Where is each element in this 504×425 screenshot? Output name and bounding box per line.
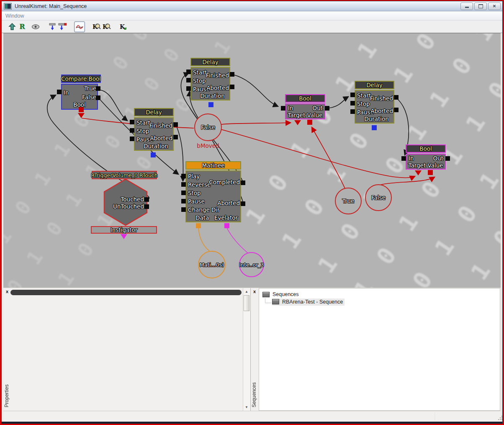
pin-aborted[interactable]	[173, 135, 178, 139]
pin-stop[interactable]	[186, 78, 191, 82]
properties-tab-label[interactable]: Properties	[4, 384, 10, 407]
zoom-k-icon[interactable]: K	[92, 22, 102, 32]
scroll-down-icon[interactable]: ▼	[243, 404, 250, 410]
k-arrow-icon[interactable]: K	[118, 22, 129, 32]
properties-scrollbar[interactable]: ▲ ▼	[243, 288, 250, 411]
variable-interp[interactable]: Inte..or_3	[239, 252, 264, 277]
pin-pause[interactable]	[350, 109, 355, 114]
trigger-instigator-bar[interactable]: Instigator	[91, 226, 157, 234]
sequences-panel: x Sequences Sequences RBArena-Test - Seq…	[251, 288, 501, 411]
pin-stop[interactable]	[130, 128, 134, 133]
watermark-binary-faint: 1 0 1 0 1 1 0 1 0 0 1 0 1 1 0 1 0 1 0 1 …	[3, 46, 203, 288]
node-matinee[interactable]: Matinee Play Reverse Stop Pause Change D…	[185, 161, 241, 222]
pin-start[interactable]	[350, 93, 355, 97]
var-label-target: Target Value	[406, 162, 445, 169]
wire-bmoved-bool2	[221, 129, 415, 178]
pin-aborted[interactable]	[230, 85, 234, 89]
eye-icon[interactable]	[31, 22, 41, 32]
input-label-start: Start	[357, 92, 371, 99]
tree-item-root[interactable]: Sequences	[262, 291, 500, 298]
pin-false[interactable]	[96, 95, 100, 100]
pin-true[interactable]	[96, 86, 100, 91]
resize-grip[interactable]	[498, 419, 499, 420]
node-bool-2[interactable]: Bool In Out Target Value	[406, 144, 446, 170]
node-title: Compare Bool	[61, 75, 101, 82]
pin-reverse[interactable]	[181, 182, 186, 187]
pin-icon[interactable]	[47, 22, 57, 32]
pin-in[interactable]	[401, 156, 406, 161]
up-arrow-icon[interactable]	[7, 22, 17, 32]
node-delay-mid[interactable]: Delay Start Stop Pause Finished Aborted …	[134, 108, 174, 151]
close-button[interactable]: ✕	[488, 3, 501, 10]
properties-header-bar[interactable]	[10, 290, 242, 295]
pin-change-dir[interactable]	[181, 207, 186, 212]
sequences-tab-label[interactable]: Sequences	[251, 382, 257, 407]
pin-duration-var[interactable]	[151, 152, 156, 157]
sequences-close-button[interactable]: x	[252, 289, 257, 294]
variable-bmoved[interactable]: False	[194, 113, 222, 141]
input-label-in: In	[288, 105, 293, 111]
variable-matinee-data[interactable]: Mati...0s)	[198, 251, 226, 278]
pin-finished[interactable]	[394, 95, 399, 100]
pin-play[interactable]	[181, 174, 186, 178]
pin-red-icon[interactable]	[57, 22, 67, 32]
pin-target-var[interactable]	[428, 170, 433, 175]
wire-truevar-bool1	[312, 127, 345, 188]
pin-untouched[interactable]	[144, 204, 149, 209]
variable-true[interactable]: True	[335, 188, 362, 214]
output-label-aborted: Aborted	[206, 85, 229, 91]
pin-evelator-var[interactable]	[224, 223, 229, 228]
pin-completed[interactable]	[241, 180, 245, 185]
wire-evelator-interp	[227, 228, 248, 253]
pin-aborted[interactable]	[394, 108, 399, 112]
pin-pause[interactable]	[186, 86, 191, 91]
pin-out[interactable]	[445, 156, 450, 161]
var-label-evelator: Evelator	[214, 214, 238, 221]
wire-falsevar-bool2	[381, 177, 435, 185]
pin-aborted[interactable]	[241, 201, 245, 206]
properties-close-button[interactable]: x	[5, 289, 10, 294]
pin-data-var[interactable]	[196, 223, 201, 228]
pin-duration-var[interactable]	[372, 125, 377, 130]
node-delay-top[interactable]: Delay Start Stop Pause Finished Aborted …	[190, 58, 230, 100]
graph-canvas[interactable]: 1 0 1 0 1 1 0 1 0 0 1 0 1 1 0 1 0 1 0 1 …	[3, 33, 501, 288]
node-delay-right[interactable]: Delay Start Stop Pause Finished Aborted …	[355, 81, 394, 124]
node-bool-1[interactable]: Bool In Out Target Value	[285, 94, 325, 119]
pin-finished[interactable]	[173, 122, 178, 127]
pin-duration-var[interactable]	[208, 102, 213, 107]
output-label-finished: Finished	[149, 122, 172, 129]
pin-pause[interactable]	[181, 199, 186, 203]
pin-start[interactable]	[130, 120, 134, 124]
pin-in[interactable]	[57, 90, 62, 94]
pin-out[interactable]	[325, 106, 329, 111]
node-trigger-title[interactable]: RTriggerVolume_0 RTouch	[92, 171, 157, 179]
input-label-start: Start	[136, 119, 150, 126]
pin-pause[interactable]	[130, 137, 134, 141]
variable-false[interactable]: False	[365, 184, 392, 211]
output-label-completed: Completed	[209, 179, 240, 185]
pin-start[interactable]	[186, 70, 191, 74]
zoom-k2-icon[interactable]: K	[102, 22, 112, 32]
maximize-icon	[478, 4, 483, 8]
tree-item-child[interactable]: RBArena-Test - Sequence	[262, 298, 500, 306]
wire-boolout-rdelaystart	[329, 97, 348, 108]
maximize-button[interactable]	[474, 3, 487, 10]
menu-window[interactable]: Window	[5, 13, 24, 19]
node-compare-bool[interactable]: Compare Bool In True False Bool	[61, 75, 101, 110]
target-var-arrow-left[interactable]	[415, 170, 422, 175]
pin-stop[interactable]	[181, 191, 186, 195]
pin-finished[interactable]	[230, 72, 234, 77]
title-bar[interactable]: UnrealKismet: Main_Sequence ✕	[2, 1, 502, 11]
scroll-thumb[interactable]	[244, 295, 249, 311]
pin-in[interactable]	[281, 106, 285, 111]
curve-editor-icon[interactable]	[74, 21, 85, 32]
pin-stop[interactable]	[350, 101, 355, 106]
target-var-arrow-left[interactable]	[294, 120, 301, 125]
pin-target-var[interactable]	[307, 120, 312, 125]
scroll-up-icon[interactable]: ▲	[243, 288, 250, 295]
pin-touched[interactable]	[144, 197, 149, 202]
trigger-title-text: RTriggerVolume_0 RTouch	[91, 172, 157, 178]
pin-bool-var[interactable]	[79, 107, 84, 112]
letter-r-icon[interactable]: R	[17, 22, 27, 32]
minimize-button[interactable]	[460, 3, 473, 10]
